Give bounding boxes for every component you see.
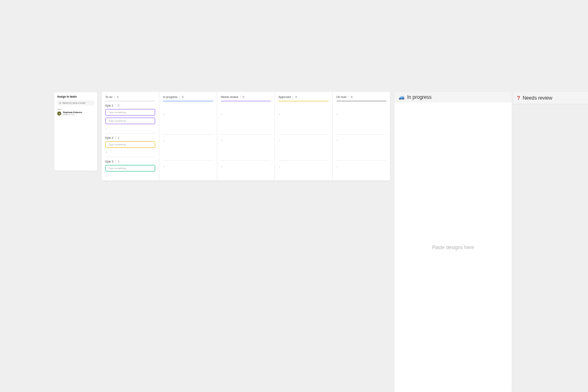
column-title: Approved bbox=[278, 96, 291, 98]
column-header: Approved 0 bbox=[275, 92, 332, 101]
column-body: + + + bbox=[333, 101, 390, 173]
epic-header: Epic 3 1 bbox=[105, 157, 155, 165]
add-task-button[interactable]: + bbox=[105, 150, 155, 157]
epic-separator bbox=[115, 104, 116, 107]
add-task-button[interactable]: + bbox=[163, 161, 213, 173]
epic-title: Epic 2 bbox=[105, 136, 113, 139]
column-header: Needs review 0 bbox=[217, 92, 274, 101]
column-separator bbox=[293, 96, 293, 98]
epic-count: 1 bbox=[118, 136, 119, 139]
add-task-button[interactable]: + bbox=[336, 109, 386, 120]
column-count: 0 bbox=[295, 96, 297, 98]
column-title: Needs review bbox=[221, 96, 238, 98]
search-icon bbox=[59, 102, 61, 104]
person-email: sk33@miro.com bbox=[63, 114, 82, 116]
column-separator bbox=[348, 96, 349, 98]
epic-3: Epic 3 1 Type something + bbox=[102, 157, 159, 180]
search-field[interactable] bbox=[57, 100, 94, 105]
panel-in-progress: 🚙 In progress Paste designs here bbox=[394, 92, 512, 392]
add-task-button[interactable]: + bbox=[221, 109, 271, 120]
task-card[interactable]: Type something bbox=[105, 109, 155, 116]
epic-separator bbox=[115, 136, 116, 139]
svg-point-0 bbox=[60, 102, 61, 103]
epic-count: 1 bbox=[118, 160, 119, 163]
epic-title: Epic 3 bbox=[105, 160, 113, 163]
column-header: To do 4 bbox=[102, 92, 159, 101]
column-separator bbox=[179, 96, 180, 98]
epic-header: Epic 2 1 bbox=[105, 134, 155, 141]
paste-placeholder: Paste designs here bbox=[432, 245, 474, 250]
panel-title: In progress bbox=[407, 94, 432, 100]
column-in-progress: In progress 0 + + + bbox=[159, 92, 217, 180]
avatar: S bbox=[57, 111, 61, 116]
panel-body[interactable]: Paste designs here bbox=[394, 102, 512, 392]
add-task-button[interactable]: + bbox=[221, 135, 271, 147]
epic-separator bbox=[115, 160, 116, 163]
add-task-button[interactable]: + bbox=[105, 174, 155, 180]
person-text: Stephania Kolarova sk33@miro.com bbox=[63, 111, 82, 116]
epic-count: 2 bbox=[118, 104, 119, 107]
add-task-button[interactable]: + bbox=[278, 161, 328, 173]
assign-sidebar: Assign to tasks Online S Stephania Kolar… bbox=[54, 92, 97, 171]
column-separator bbox=[114, 96, 115, 98]
task-card[interactable]: Type something bbox=[105, 141, 155, 148]
car-icon: 🚙 bbox=[399, 94, 405, 100]
column-todo: To do 4 Epic 1 2 Type something Type som… bbox=[102, 92, 159, 180]
column-header: In progress 0 bbox=[159, 92, 216, 101]
kanban-board: To do 4 Epic 1 2 Type something Type som… bbox=[102, 92, 390, 180]
column-count: 0 bbox=[351, 96, 352, 98]
online-label: Online bbox=[57, 108, 94, 110]
add-task-button[interactable]: + bbox=[278, 109, 328, 120]
epic-2: Epic 2 1 Type something + bbox=[102, 134, 159, 157]
column-needs-review: Needs review 0 + + + bbox=[217, 92, 275, 180]
task-card[interactable]: Type something bbox=[105, 118, 155, 124]
column-header: On hold 0 bbox=[333, 92, 390, 101]
epic-1: Epic 1 2 Type something Type something + bbox=[102, 101, 159, 133]
add-task-button[interactable]: + bbox=[336, 161, 386, 173]
add-task-button[interactable]: + bbox=[336, 135, 386, 147]
task-card[interactable]: Type something bbox=[105, 165, 155, 172]
add-task-button[interactable]: + bbox=[221, 161, 271, 173]
column-count: 0 bbox=[182, 96, 183, 98]
panel-header: 🚙 In progress bbox=[394, 92, 512, 102]
column-body: + + + bbox=[275, 101, 332, 173]
epic-title: Epic 1 bbox=[105, 104, 113, 107]
column-count: 0 bbox=[243, 96, 244, 98]
panel-needs-review-header: ? Needs review bbox=[513, 92, 588, 104]
epic-header: Epic 1 2 bbox=[105, 101, 155, 109]
search-input[interactable] bbox=[62, 102, 92, 104]
assign-title: Assign to tasks bbox=[57, 95, 94, 98]
add-task-button[interactable]: + bbox=[163, 109, 213, 120]
column-on-hold: On hold 0 + + + bbox=[333, 92, 390, 180]
panel-title: Needs review bbox=[523, 95, 552, 101]
column-body: + + + bbox=[217, 101, 274, 173]
add-task-button[interactable]: + bbox=[163, 135, 213, 147]
column-body: + + + bbox=[159, 101, 216, 173]
person-row[interactable]: S Stephania Kolarova sk33@miro.com bbox=[57, 111, 94, 116]
add-task-button[interactable]: + bbox=[105, 126, 155, 133]
svg-line-1 bbox=[60, 103, 61, 104]
question-icon: ? bbox=[517, 95, 520, 101]
column-title: To do bbox=[105, 96, 112, 98]
column-title: On hold bbox=[336, 96, 347, 98]
column-approved: Approved 0 + + + bbox=[275, 92, 332, 180]
column-separator bbox=[240, 96, 241, 98]
column-title: In progress bbox=[163, 96, 177, 98]
add-task-button[interactable]: + bbox=[278, 135, 328, 147]
column-count: 4 bbox=[117, 96, 118, 98]
